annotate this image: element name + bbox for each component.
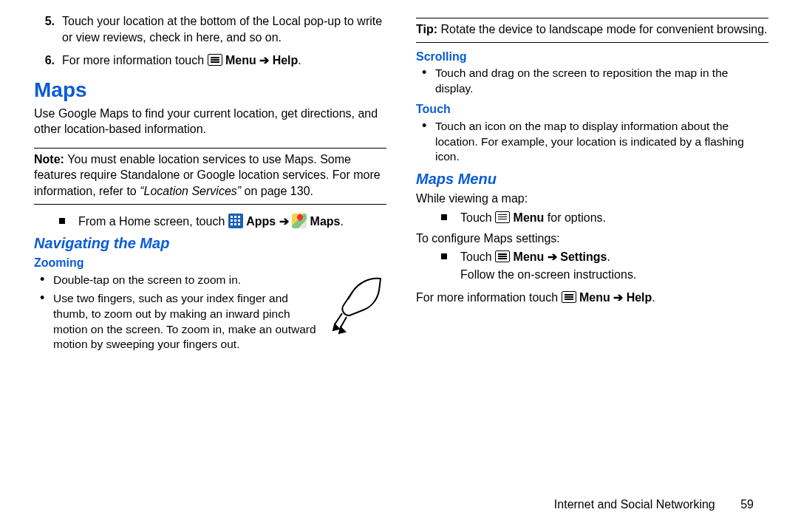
zooming-heading: Zooming [34,255,386,271]
step-number: 6. [34,52,62,69]
note-reference: “Location Services” [140,185,241,197]
while-viewing-text: While viewing a map: [416,191,768,207]
apps-icon [228,214,243,228]
arrow-icon: ➔ [610,291,627,304]
text: Touch Menu ➔ Settings. Follow the on-scr… [460,249,636,282]
menu-label: Menu [514,211,545,224]
arrow-icon: ➔ [544,250,560,263]
page-number: 59 [740,498,754,511]
apps-label: Apps [246,215,276,228]
pinch-gesture-icon [329,273,386,339]
text: Touch Menu for options. [460,210,606,226]
divider [416,42,768,43]
step-6: 6. For more information touch Menu ➔ Hel… [34,52,386,69]
text: for options. [544,211,606,224]
maps-label: Maps [310,215,341,228]
text: From a Home screen, touch [78,215,228,228]
list-item: Touch an icon on the map to display info… [416,119,768,166]
menu-label: Menu [225,54,256,66]
chapter-title: Internet and Social Networking [554,498,715,511]
tip-label: Tip: [416,23,440,35]
help-label: Help [273,54,299,66]
text: . [298,54,301,66]
text: From a Home screen, touch Apps ➔ Maps. [78,214,344,230]
text: For more information touch [416,291,562,304]
step-text: For more information touch Menu ➔ Help. [62,52,386,69]
touch-heading: Touch [416,101,768,117]
list-item: Double-tap on the screen to zoom in. [34,273,320,288]
divider [34,148,386,149]
menu-icon [495,211,510,223]
navigating-heading: Navigating the Map [34,233,386,253]
menu-options-item: Touch Menu for options. [416,210,768,226]
settings-label: Settings [560,250,607,263]
zoom-list: Double-tap on the screen to zoom in. Use… [34,273,320,356]
touch-list: Touch an icon on the map to display info… [416,119,768,166]
menu-label: Menu [514,250,545,263]
menu-icon [208,54,222,66]
square-bullet-icon [441,253,447,259]
maps-menu-heading: Maps Menu [416,169,768,189]
square-bullet-icon [59,218,65,224]
arrow-icon: ➔ [256,54,273,66]
step-number: 5. [34,13,62,45]
menu-settings-item: Touch Menu ➔ Settings. Follow the on-scr… [416,249,768,282]
text: For more information touch [62,54,208,66]
text: . [652,291,655,304]
step-5: 5. Touch your location at the bottom of … [34,13,386,45]
text: Touch [460,250,495,263]
text: . [340,215,343,228]
more-info-text: For more information touch Menu ➔ Help. [416,290,768,306]
list-item: Use two fingers, such as your index fing… [34,291,320,353]
left-column: 5. Touch your location at the bottom of … [34,13,386,360]
divider [34,204,386,205]
menu-icon [562,291,576,303]
right-column: Tip: Rotate the device to landscape mode… [416,13,768,360]
scrolling-heading: Scrolling [416,49,768,65]
configure-text: To configure Maps settings: [416,231,768,247]
page-footer: Internet and Social Networking 59 [554,497,754,513]
help-label: Help [627,291,652,304]
tip-block: Tip: Rotate the device to landscape mode… [416,21,768,38]
text: Touch [460,211,495,224]
menu-icon [495,250,510,262]
note-block: Note: You must enable location services … [34,151,386,200]
scrolling-list: Touch and drag on the screen to repositi… [416,66,768,97]
arrow-icon: ➔ [276,215,292,228]
tip-text: Rotate the device to landscape mode for … [440,23,767,35]
step-text: Touch your location at the bottom of the… [62,13,386,45]
square-bullet-icon [441,214,447,220]
note-text: on page 130. [241,185,313,197]
list-item: Touch and drag on the screen to repositi… [416,66,768,97]
text: Follow the on-screen instructions. [460,267,636,283]
maps-icon [292,214,307,228]
home-screen-instruction: From a Home screen, touch Apps ➔ Maps. [34,214,386,230]
maps-heading: Maps [34,76,386,104]
menu-label: Menu [579,291,610,304]
text: . [607,250,610,263]
note-label: Note: [34,153,67,166]
maps-description: Use Google Maps to find your current loc… [34,106,386,137]
divider [416,18,768,18]
